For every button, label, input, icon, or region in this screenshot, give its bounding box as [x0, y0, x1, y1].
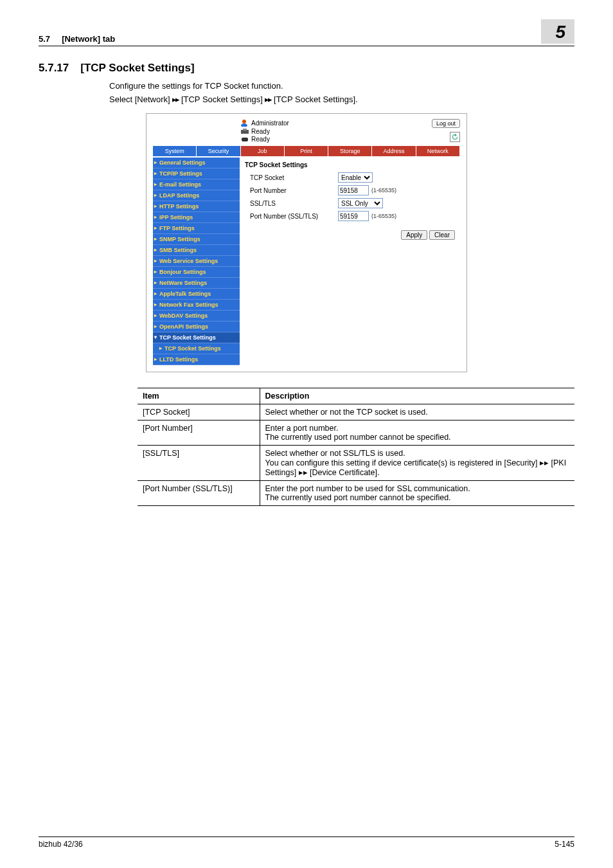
- select-prefix: Select [Network]: [109, 95, 172, 104]
- hint-port-number: (1-65535): [371, 187, 396, 194]
- tab-job[interactable]: Job: [241, 146, 285, 156]
- table-body: [TCP Socket] Select whether or not the T…: [138, 404, 574, 506]
- cell-item: [Port Number]: [138, 420, 260, 446]
- admin-indicator: Administrator: [240, 119, 289, 127]
- cell-desc: Enter a port number.The currently used p…: [260, 420, 574, 446]
- select-mid2: [TCP Socket Settings].: [274, 95, 358, 104]
- sidebar-item-webdav[interactable]: WebDAV Settings: [153, 311, 240, 321]
- sidebar-item-networkfax[interactable]: Network Fax Settings: [153, 300, 240, 311]
- user-icon: [240, 119, 249, 127]
- sidebar-item-appletalk[interactable]: AppleTalk Settings: [153, 289, 240, 300]
- ready-label-1: Ready: [251, 128, 270, 135]
- sidebar-item-snmp[interactable]: SNMP Settings: [153, 234, 240, 245]
- logout-button[interactable]: Log out: [432, 119, 460, 128]
- main-tabs: System Security Job Print Storage Addres…: [153, 146, 460, 156]
- hint-port-ssl: (1-65535): [371, 213, 396, 219]
- admin-label: Administrator: [251, 120, 289, 127]
- ready-label-2: Ready: [251, 136, 270, 143]
- table-row: [SSL/TLS] Select whether or not SSL/TLS …: [138, 446, 574, 481]
- clear-button[interactable]: Clear: [429, 230, 455, 240]
- th-description: Description: [260, 388, 574, 404]
- refresh-button[interactable]: [450, 132, 460, 142]
- sidebar-item-webservice[interactable]: Web Service Settings: [153, 256, 240, 267]
- sidebar-item-email[interactable]: E-mail Settings: [153, 179, 240, 190]
- cell-item: [Port Number (SSL/TLS)]: [138, 481, 260, 506]
- input-port-number[interactable]: [338, 185, 369, 195]
- table-row: [Port Number] Enter a port number.The cu…: [138, 420, 574, 446]
- sidebar-nav: General Settings TCP/IP Settings E-mail …: [153, 158, 240, 365]
- cell-item: [SSL/TLS]: [138, 446, 260, 481]
- tab-network[interactable]: Network: [416, 146, 460, 156]
- arrow-icon: ▸▸: [265, 95, 271, 104]
- header-chapter-badge: 5: [541, 19, 574, 44]
- sidebar-item-openapi[interactable]: OpenAPI Settings: [153, 321, 240, 332]
- apply-button[interactable]: Apply: [401, 230, 427, 240]
- sidebar-item-netware[interactable]: NetWare Settings: [153, 278, 240, 289]
- select-tcp-socket[interactable]: Enable: [338, 172, 373, 183]
- tab-address[interactable]: Address: [372, 146, 416, 156]
- description-table: Item Description [TCP Socket] Select whe…: [138, 388, 574, 506]
- footer-left: bizhub 42/36: [39, 840, 83, 849]
- input-port-ssl[interactable]: [338, 211, 369, 221]
- select-ssl-tls[interactable]: SSL Only: [338, 198, 383, 208]
- printer-icon: [240, 129, 249, 135]
- sidebar-item-http[interactable]: HTTP Settings: [153, 201, 240, 212]
- sidebar-item-ftp[interactable]: FTP Settings: [153, 223, 240, 234]
- label-port-ssl: Port Number (SSL/TLS): [245, 213, 338, 220]
- select-mid1: [TCP Socket Settings]: [181, 95, 265, 104]
- cell-desc: Select whether or not the TCP socket is …: [260, 404, 574, 420]
- svg-point-0: [242, 120, 246, 123]
- ready-indicator-2: Ready: [240, 136, 289, 143]
- footer-right: 5-145: [555, 840, 574, 849]
- th-item: Item: [138, 388, 260, 404]
- section-title: [TCP Socket Settings]: [80, 62, 194, 75]
- label-port-number: Port Number: [245, 187, 338, 194]
- tab-storage[interactable]: Storage: [328, 146, 372, 156]
- sidebar-group-tcpsocket[interactable]: TCP Socket Settings: [153, 332, 240, 343]
- row-port-ssl: Port Number (SSL/TLS) (1-65535): [245, 211, 455, 221]
- cell-item: [TCP Socket]: [138, 404, 260, 420]
- label-tcp-socket: TCP Socket: [245, 174, 338, 181]
- svg-rect-3: [243, 129, 247, 131]
- header-section-title: [Network] tab: [62, 34, 115, 44]
- row-ssl-tls: SSL/TLS SSL Only: [245, 198, 455, 208]
- sidebar-item-tcpip[interactable]: TCP/IP Settings: [153, 168, 240, 179]
- header-left: 5.7 [Network] tab: [39, 34, 115, 44]
- content-pane: TCP Socket Settings TCP Socket Enable Po…: [240, 158, 460, 365]
- page-footer: bizhub 42/36 5-145: [39, 836, 574, 849]
- refresh-icon: [452, 134, 458, 140]
- intro-text: Configure the settings for TCP Socket fu…: [109, 81, 574, 91]
- cell-desc: Select whether or not SSL/TLS is used.Yo…: [260, 446, 574, 481]
- page-header: 5.7 [Network] tab 5: [39, 19, 574, 46]
- content-title: TCP Socket Settings: [245, 161, 455, 168]
- sidebar-item-bonjour[interactable]: Bonjour Settings: [153, 267, 240, 278]
- section-heading: 5.7.17 [TCP Socket Settings]: [39, 62, 574, 75]
- svg-rect-4: [242, 138, 248, 141]
- tab-security[interactable]: Security: [197, 146, 240, 156]
- sidebar-sub-tcpsocket[interactable]: TCP Socket Settings: [153, 343, 240, 354]
- sidebar-item-lltd[interactable]: LLTD Settings: [153, 354, 240, 365]
- table-row: [Port Number (SSL/TLS)] Enter the port n…: [138, 481, 574, 506]
- toner-icon: [240, 136, 249, 143]
- label-ssl-tls: SSL/TLS: [245, 200, 338, 207]
- header-section-num: 5.7: [39, 34, 50, 44]
- svg-point-1: [241, 123, 247, 127]
- sidebar-item-general[interactable]: General Settings: [153, 158, 240, 168]
- sidebar-item-ipp[interactable]: IPP Settings: [153, 212, 240, 223]
- breadcrumb-text: Select [Network] ▸▸ [TCP Socket Settings…: [109, 95, 574, 104]
- sidebar-item-smb[interactable]: SMB Settings: [153, 245, 240, 256]
- arrow-icon: ▸▸: [172, 95, 179, 104]
- sidebar-item-ldap[interactable]: LDAP Settings: [153, 190, 240, 201]
- tab-system[interactable]: System: [153, 146, 197, 156]
- row-tcp-socket: TCP Socket Enable: [245, 172, 455, 183]
- tab-print[interactable]: Print: [285, 146, 328, 156]
- ready-indicator: Ready: [240, 128, 289, 135]
- section-number: 5.7.17: [39, 62, 69, 75]
- cell-desc: Enter the port number to be used for SSL…: [260, 481, 574, 506]
- table-row: [TCP Socket] Select whether or not the T…: [138, 404, 574, 420]
- row-port-number: Port Number (1-65535): [245, 185, 455, 195]
- admin-screenshot: Administrator Ready Ready Log out System…: [146, 113, 467, 372]
